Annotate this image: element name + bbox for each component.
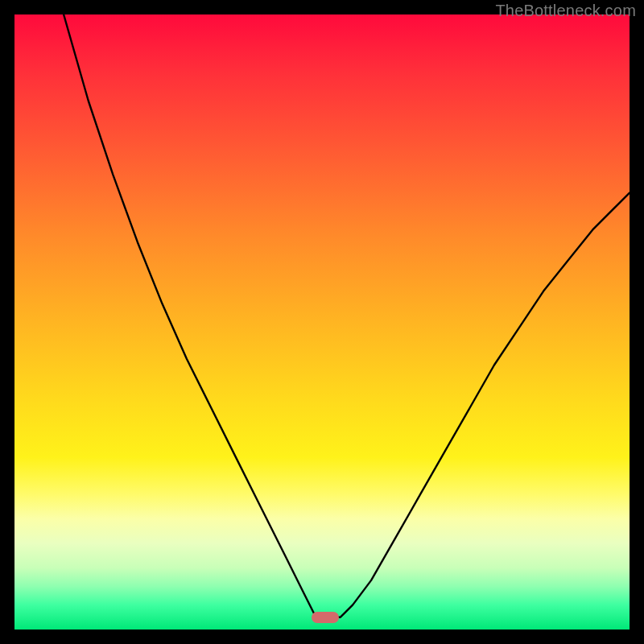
bottleneck-curve bbox=[14, 14, 630, 630]
chart-frame: TheBottleneck.com bbox=[0, 0, 644, 644]
watermark-text: TheBottleneck.com bbox=[495, 2, 636, 20]
plot-area bbox=[14, 14, 630, 630]
bottleneck-marker bbox=[312, 612, 339, 623]
